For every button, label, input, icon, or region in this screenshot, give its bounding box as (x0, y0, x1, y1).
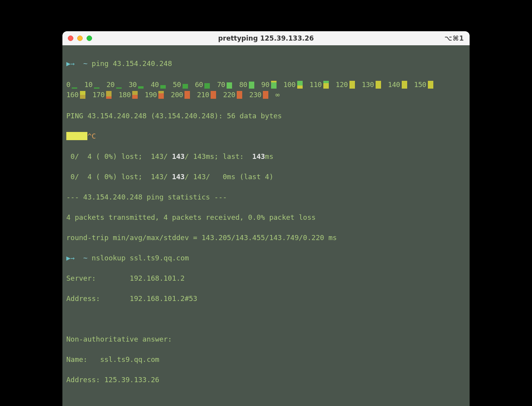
legend-label: 60 (195, 80, 203, 90)
nslookup-name: Name: ssl.ts9.qq.com (66, 354, 466, 365)
blank-line (66, 395, 466, 405)
legend-item: 160 (66, 90, 92, 100)
legend-item: 10 (84, 80, 106, 90)
legend-label: 200 (171, 90, 183, 100)
ping-header-1: PING 43.154.240.248 (43.154.240.248): 56… (66, 111, 466, 121)
legend-label: 150 (414, 80, 426, 90)
legend-item: 230 (249, 90, 275, 100)
legend-item: 120 (336, 80, 362, 90)
legend-item: 150 (414, 80, 440, 90)
legend-bar-icon (376, 81, 381, 89)
nslookup-nonauth: Non-authoritative answer: (66, 334, 466, 344)
legend-bar-icon (184, 91, 190, 99)
window-title: prettyping 125.39.133.26 (62, 34, 470, 42)
legend-label: 40 (151, 80, 159, 90)
legend-label: 220 (223, 90, 235, 100)
legend-label: 170 (92, 90, 105, 100)
legend-item: 170 (92, 90, 119, 100)
legend-item: 70 (217, 80, 239, 90)
legend-bar-icon (271, 81, 277, 89)
legend-bar-icon (249, 81, 254, 89)
legend-bar-icon (132, 91, 138, 99)
legend-item: 100 (284, 80, 310, 90)
legend-bar-icon (204, 81, 210, 89)
legend-item: 130 (362, 80, 388, 90)
prompt-line-1: ▶→ ~ ping 43.154.240.248 (66, 59, 466, 69)
legend-item: 200 (171, 90, 197, 100)
legend-item: 80 (239, 80, 261, 90)
legend-bar-icon (160, 81, 166, 89)
stat-line-1b: 0/ 4 ( 0%) lost; 143/ 143/ 143/ 0ms (las… (66, 172, 466, 182)
legend-item: 190 (145, 90, 171, 100)
legend-bar-icon (263, 91, 268, 99)
legend-item: 30 (129, 80, 151, 90)
legend-label: 50 (173, 80, 181, 90)
nslookup-address: Address: 192.168.101.2#53 (66, 294, 466, 304)
legend-label: 110 (310, 80, 322, 90)
legend-item: 220 (223, 90, 249, 100)
stat-line-1a: 0/ 4 ( 0%) lost; 143/ 143/ 143ms; last: … (66, 151, 466, 162)
legend-label: 70 (217, 80, 225, 90)
legend-label: 30 (129, 80, 137, 90)
legend-bar-icon (138, 81, 144, 89)
legend-bar-icon (211, 91, 216, 99)
legend-item: 110 (310, 80, 336, 90)
blank-line (66, 314, 466, 324)
legend-bar-icon (106, 91, 112, 99)
stats-line-2: round-trip min/avg/max/stddev = 143.205/… (66, 233, 466, 243)
legend-label: 140 (388, 80, 400, 90)
legend-item: 140 (388, 80, 414, 90)
ctrl-c: ^C (87, 132, 96, 140)
legend-bar-icon (349, 81, 355, 89)
legend-label: 120 (336, 80, 348, 90)
titlebar[interactable]: prettyping 125.39.133.26 ⌥⌘1 (62, 31, 470, 45)
legend-bar-icon (227, 81, 232, 89)
legend-item: ∞ (275, 90, 281, 100)
cmd-text: ping 43.154.240.248 (92, 59, 172, 68)
nslookup-server: Server: 192.168.101.2 (66, 273, 466, 283)
stats-header-1: --- 43.154.240.248 ping statistics --- (66, 192, 466, 202)
legend-label: 160 (66, 90, 78, 100)
legend-label: 10 (84, 80, 92, 90)
legend-bar-icon (402, 81, 407, 89)
legend-label: ∞ (275, 90, 279, 100)
legend-label: 90 (261, 80, 270, 90)
legend-item: 180 (119, 90, 145, 100)
legend-bar-icon (237, 91, 242, 99)
legend-item: 210 (197, 90, 223, 100)
legend-bar-icon (428, 81, 433, 89)
legend-label: 80 (239, 80, 247, 90)
legend-item: 40 (151, 80, 173, 90)
legend-item: 60 (195, 80, 217, 90)
legend-label: 190 (145, 90, 157, 100)
legend-label: 100 (284, 80, 296, 90)
prompt-line-2: ▶→ ~ nslookup ssl.ts9.qq.com (66, 253, 466, 263)
stats-line-1: 4 packets transmitted, 4 packets receive… (66, 212, 466, 223)
legend-bar-icon (80, 91, 85, 99)
legend-label: 130 (362, 80, 374, 90)
terminal-body[interactable]: ▶→ ~ ping 43.154.240.248 010203040506070… (62, 45, 470, 406)
legend-bar-icon (94, 81, 99, 89)
legend-bar-icon (158, 91, 164, 99)
cmd-text: nslookup ssl.ts9.qq.com (92, 254, 189, 262)
legend-item: 20 (106, 80, 129, 90)
latency-legend-1: 0102030405060708090100110120130140150160… (66, 80, 466, 100)
terminal-window: prettyping 125.39.133.26 ⌥⌘1 ▶→ ~ ping 4… (62, 31, 470, 406)
legend-item: 0 (66, 80, 84, 90)
legend-label: 0 (66, 80, 70, 90)
legend-bar-icon (116, 81, 122, 89)
legend-label: 230 (249, 90, 261, 100)
legend-bar-icon (72, 81, 77, 89)
legend-label: 20 (106, 80, 115, 90)
legend-label: 210 (197, 90, 209, 100)
legend-bar-icon (183, 81, 188, 89)
legend-bar-icon (297, 81, 303, 89)
legend-item: 50 (173, 80, 195, 90)
legend-label: 180 (119, 90, 131, 100)
legend-item: 90 (261, 80, 284, 90)
progress-row-1: ^C (66, 131, 466, 141)
legend-bar-icon (323, 81, 329, 89)
nslookup-addr2: Address: 125.39.133.26 (66, 375, 466, 385)
